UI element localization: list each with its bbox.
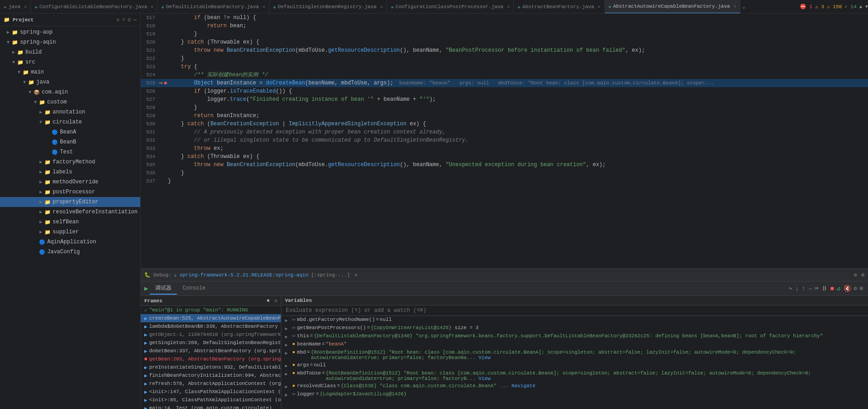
sidebar-item-test[interactable]: 🔵 Test [0,147,140,157]
tab-defaultlistable[interactable]: ☕ DefaultListableBeanFactory.java ✕ [157,0,269,14]
code-container[interactable]: 517 if (bean != null) { 518 return bean;… [141,14,868,268]
debug-tab-console[interactable]: Console [177,283,211,294]
debug-pause-icon[interactable]: ⏸ [821,285,828,292]
var-item-1[interactable]: ▶ ∞ getBeanPostProcessors() = {CopyOnWri… [281,324,868,332]
sidebar-item-factorymethod[interactable]: ▶ 📁 factoryMethod [0,157,140,167]
ok-count[interactable]: ✓ 14 [844,4,856,10]
sidebar-settings-icon[interactable]: ⚙ [117,17,120,23]
sidebar-item-aqinapplication[interactable]: 🔵 AqinApplication [0,237,140,247]
error-count[interactable]: ⛔ 1 [800,4,812,10]
tab-java-close[interactable]: ✕ [24,4,27,10]
frames-settings-icon[interactable]: ⚙ [274,298,277,304]
sidebar-item-spring-aop[interactable]: ▶ 📁 spring-aop [0,27,140,37]
tab-configclass-close[interactable]: ✕ [507,4,510,10]
debug-play-icon[interactable]: ▶ [144,285,148,292]
debug-step-over-icon[interactable]: ↷ [789,285,792,292]
frame-item-2[interactable]: ▶ getObject-1, 1169794610 (org.springfra… [141,330,281,339]
frame-item-8[interactable]: ▶ refresh:578, AbstractApplicationContex… [141,379,281,388]
sidebar-item-annotation[interactable]: ▶ 📁 annotation [0,107,140,117]
frame-icon-11: ▶ [144,405,147,409]
debug-run-to-cursor-icon[interactable]: → [808,285,812,292]
tab-defaultlistable-close[interactable]: ✕ [263,4,265,10]
tab-java[interactable]: ☕ java ✕ [0,0,31,14]
sidebar-collapse-icon[interactable]: ⊟ [128,17,131,23]
tab-abstractautowire[interactable]: ☕ AbstractAutowireCapableBeanFactory.jav… [605,0,740,14]
sidebar-item-beanb[interactable]: 🔵 BeanB [0,137,140,147]
folder-icon-spring-aqin: 📁 [12,39,18,45]
debug-evaluate-icon[interactable]: ⌨ [814,285,818,292]
sidebar-item-labels[interactable]: ▶ 📁 labels [0,167,140,177]
var-item-3[interactable]: ▶ ● beanName = "beanA" [281,340,868,349]
sidebar-item-spring-aqin[interactable]: ▼ 📁 spring-aqin [0,37,140,47]
tab-configurable[interactable]: ☕ ConfigurableListableBeanFactory.java ✕ [31,0,157,14]
sidebar-item-comaqin[interactable]: ▼ 📦 com.aqin [0,87,140,97]
debug-settings-icon[interactable]: ⚙ [854,272,857,278]
tab-abstractautowire-close[interactable]: ✕ [734,4,736,9]
warn-count2[interactable]: ⚠ 150 [827,4,842,10]
frame-item-1[interactable]: ▶ lambda$doGetBean$0:339, AbstractBeanFa… [141,322,281,330]
var-item-6[interactable]: ▶ ● mbdToUse = {RootBeanDefinition@1512}… [281,370,868,382]
tab-configurable-close[interactable]: ✕ [151,4,153,10]
frame-item-5[interactable]: ■ getBean:203, AbstractBeanFactory (org.… [141,355,281,363]
var-item-0[interactable]: ▶ ∞ mbd.getFactoryMethodName() = null [281,316,868,324]
nav-up[interactable]: ▲ [859,4,863,10]
var-expand-6: ▶ [285,371,290,377]
debug-mute-icon[interactable]: 🔇 [843,285,851,292]
debug-session-name[interactable]: spring-framework-5.2.21.RELEASE:spring-a… [180,272,309,278]
debug-step-into-icon[interactable]: ↓ [795,285,799,292]
frame-item-6[interactable]: ▶ preInstantiateSingletons:932, DefaultL… [141,363,281,371]
debug-stop-icon[interactable]: ■ [830,285,834,292]
var-item-8[interactable]: ▶ ∞ logger = {LogAdapter$JavaUtilLog@142… [281,390,868,399]
tab-defaultsingleton[interactable]: ☕ DefaultSingletonBeanRegistry.java ✕ [270,0,387,14]
sidebar-item-postprocessor[interactable]: ▶ 📁 postProcessor [0,187,140,197]
sidebar-item-supplier[interactable]: ▶ 📁 supplier [0,227,140,237]
watch-input[interactable] [281,306,868,316]
frame-item-10[interactable]: ▶ <init>:85, ClassPathXmlApplicationCont… [141,396,281,404]
debug-layout-icon[interactable]: ⊞ [861,272,864,278]
var-item-4[interactable]: ▶ ● mbd = {RootBeanDefinition@1512} "Roo… [281,349,868,361]
sidebar-sort-icon[interactable]: ≡ [122,17,125,23]
sidebar-item-src[interactable]: ▼ 📁 src [0,57,140,67]
sidebar-item-propertyeditor[interactable]: ▶ 📁 propertyEditor [0,197,140,207]
debug-tab-debugger[interactable]: 调试器 [150,282,177,295]
code-line-522: 522 } [141,54,868,63]
frames-filter-icon[interactable]: ▼ [267,298,270,304]
defaultsingleton-icon: ☕ [273,4,276,10]
sidebar-item-javaconfig[interactable]: 🔵 JavaConfig [0,247,140,257]
var-item-7[interactable]: ▶ ● resolvedClass = {Class@1536} "class … [281,382,868,390]
frame-item-11[interactable]: ▶ main:14, Test (com.aqin.custom.circula… [141,404,281,409]
debug-settings2-icon[interactable]: ⚙ [854,285,857,292]
sidebar-menu-icon[interactable]: ⋯ [133,17,137,23]
sidebar-item-beana[interactable]: 🔵 BeanA [0,127,140,137]
debug-close-icon[interactable]: ✕ [354,272,358,278]
tab-abstractbean-close[interactable]: ✕ [598,4,601,10]
sidebar-item-build[interactable]: ▶ 📁 build [0,47,140,57]
sidebar-item-selfbean[interactable]: ▶ 📁 selfBean [0,217,140,227]
tab-configclass[interactable]: ☕ ConfigurationClassPostProcessor.java ✕ [387,0,514,14]
debug-layout2-icon[interactable]: ⊞ [860,285,863,292]
frame-item-3[interactable]: ▶ getSingleton:269, DefaultSingletonBean… [141,339,281,347]
debug-rerun-icon[interactable]: ↺ [837,285,840,292]
nav-down[interactable]: ▼ [865,4,868,10]
frame-item-0[interactable]: ▶ createBean:525, AbstractAutowireCapabl… [141,314,281,322]
var-item-2[interactable]: ▶ ∞ this = {DefaultListableBeanFactory@1… [281,332,868,340]
tab-overflow-btn[interactable]: ⌄ [742,3,745,10]
arrow-java: ▼ [22,80,27,85]
sidebar-item-custom[interactable]: ▼ 📁 custom [0,97,140,107]
frame-item-7[interactable]: ▶ finishBeanFactoryInitialization:994, A… [141,371,281,379]
sidebar-item-methodoverride[interactable]: ▶ 📁 methodOverride [0,177,140,187]
sidebar-item-java[interactable]: ▼ 📁 java [0,77,140,87]
sidebar-label-aqinapplication: AqinApplication [47,239,96,245]
sidebar-item-main[interactable]: ▼ 📁 main [0,67,140,77]
var-item-5[interactable]: ▶ ● args = null [281,361,868,370]
tab-abstractbean[interactable]: ☕ AbstractBeanFactory.java ✕ [514,0,604,14]
debug-step-out-icon[interactable]: ↑ [801,285,805,292]
folder-icon-factorymethod: 📁 [44,159,51,165]
sidebar-item-resolvebeforeinstantiation[interactable]: ▶ 📁 resolveBeforeInstantiation [0,207,140,217]
warn-count1[interactable]: ⚠ 3 [815,4,824,10]
frame-item-9[interactable]: ▶ <init>:147, ClassPathXmlApplicationCon… [141,388,281,396]
tab-defaultsingleton-close[interactable]: ✕ [380,4,383,10]
sidebar-item-circulate[interactable]: ▼ 📁 circulate [0,117,140,127]
sidebar: 📁 Project ⚙ ≡ ⊟ ⋯ ▶ 📁 spring-aop ▼ 📁 [0,14,141,409]
frame-item-4[interactable]: ▶ doGetBean:337, AbstractBeanFactory (or… [141,347,281,355]
